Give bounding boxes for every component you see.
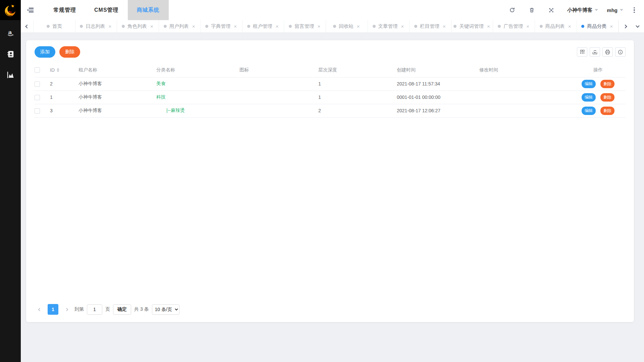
tab-close-icon[interactable]: × [486, 23, 491, 29]
tenant-dropdown[interactable]: 小神牛博客 [567, 7, 598, 13]
row-checkbox[interactable] [35, 81, 40, 87]
brand-logo[interactable] [0, 0, 21, 20]
tabs-scroll-left-button[interactable] [21, 20, 34, 33]
column-header-icon: 图标 [237, 63, 316, 77]
more-menu-button[interactable] [629, 0, 639, 20]
nav-menu-item[interactable]: 常规管理 [44, 0, 85, 20]
tab[interactable]: 回收站 × [326, 20, 368, 33]
cell-depth: 1 [316, 90, 394, 104]
tab-dot-icon [164, 25, 167, 28]
nav-menu-item[interactable]: 商城系统 [128, 0, 169, 20]
tab[interactable]: 角色列表 × [117, 20, 159, 33]
goto-confirm-button[interactable]: 确定 [113, 304, 131, 315]
category-link[interactable]: 科技 [156, 94, 166, 100]
tab-dot-icon [453, 25, 457, 28]
tab-close-icon[interactable]: × [233, 23, 237, 29]
row-checkbox[interactable] [35, 95, 40, 100]
delete-button[interactable]: 删除 [600, 107, 614, 115]
tab[interactable]: 日志列表 × [75, 20, 117, 33]
goto-page-input[interactable] [87, 304, 102, 315]
chevron-right-icon [65, 308, 68, 311]
tab[interactable]: 栏目管理 × [410, 20, 451, 33]
tab[interactable]: 商品列表 × [535, 20, 577, 33]
refresh-button[interactable] [505, 0, 520, 20]
info-button[interactable] [615, 47, 626, 57]
tabs-scroll-right-button[interactable] [619, 20, 631, 33]
export-button[interactable] [590, 47, 600, 57]
tab[interactable]: 字典管理 × [201, 20, 243, 33]
tab-dot-icon [47, 25, 50, 28]
tab-label: 角色列表 [127, 23, 147, 29]
sort-icon[interactable] [57, 68, 59, 72]
tab-close-icon[interactable]: × [275, 23, 279, 29]
area-chart-icon [7, 71, 14, 78]
nav-menu-label: 商城系统 [137, 7, 160, 14]
sidebar-item-stats[interactable] [4, 69, 17, 80]
page-number-button[interactable]: 1 [48, 304, 58, 315]
tab[interactable]: 租户管理 × [243, 20, 284, 33]
fullscreen-button[interactable] [544, 0, 558, 20]
tab-label: 栏目管理 [420, 23, 439, 29]
tab-bar: 首页 日志列表 × 角色列表 × 用户列表 × 字典管理 × 租户管理 × 留言… [21, 20, 644, 33]
tab[interactable]: 文章管理 × [368, 20, 410, 33]
edit-button[interactable]: 编辑 [582, 93, 596, 102]
delete-button[interactable]: 删除 [600, 93, 614, 102]
tabs-menu-button[interactable] [631, 20, 644, 33]
svg-text:a: a [8, 29, 12, 36]
fullscreen-icon [548, 7, 554, 13]
tab[interactable]: 用户列表 × [159, 20, 201, 33]
edit-button[interactable]: 编辑 [582, 80, 596, 88]
cell-created: 0001-01-01 00:00:00 [394, 90, 477, 104]
batch-delete-button[interactable]: 删除 [59, 46, 80, 58]
tab-close-icon[interactable]: × [192, 23, 196, 29]
tab-close-icon[interactable]: × [108, 23, 112, 29]
cell-depth: 2 [316, 104, 394, 117]
amazon-icon: a [6, 29, 14, 37]
collapse-sidebar-button[interactable] [21, 0, 40, 20]
page-size-select[interactable]: 10 条/页 [152, 304, 179, 315]
column-header-id[interactable]: ID [47, 63, 76, 77]
tab-close-icon[interactable]: × [442, 23, 446, 29]
tab[interactable]: 首页 [34, 20, 75, 33]
info-icon [618, 49, 623, 55]
tab-close-icon[interactable]: × [400, 23, 405, 29]
edit-button[interactable]: 编辑 [582, 107, 596, 115]
columns-setting-button[interactable] [577, 47, 587, 57]
sidebar-icon-list: a [4, 27, 17, 80]
print-icon [605, 49, 610, 55]
tab[interactable]: 关键词管理 × [451, 20, 493, 33]
tab-close-icon[interactable]: × [356, 23, 361, 29]
row-checkbox[interactable] [35, 108, 40, 114]
tab-close-icon[interactable]: × [150, 23, 154, 29]
sidebar-item-amazon[interactable]: a [4, 27, 17, 39]
category-link[interactable]: 美食 [156, 81, 166, 86]
delete-button[interactable]: 删除 [600, 80, 614, 88]
sidebar-item-contacts[interactable] [4, 48, 17, 60]
tab[interactable]: 广告管理 × [493, 20, 535, 33]
column-header-depth: 层次深度 [316, 63, 394, 77]
select-all-checkbox[interactable] [35, 67, 40, 73]
tab-close-icon[interactable]: × [568, 23, 572, 29]
cell-created: 2021-08-17 11:57:34 [394, 77, 477, 90]
tab[interactable]: 商品分类 × [577, 20, 619, 33]
category-link[interactable]: |--麻辣烫 [156, 108, 185, 114]
clear-cache-button[interactable] [524, 0, 539, 20]
tab-close-icon[interactable]: × [317, 23, 321, 29]
tenant-name: 小神牛博客 [567, 7, 592, 13]
prev-page-button[interactable] [35, 304, 45, 314]
nav-menu-item[interactable]: CMS管理 [85, 0, 128, 20]
next-page-button[interactable] [61, 304, 71, 314]
chevron-left-icon [38, 308, 41, 311]
user-dropdown[interactable]: mhg [607, 7, 623, 13]
dragon-logo-icon [3, 3, 18, 17]
tab[interactable]: 留言管理 × [284, 20, 326, 33]
total-count-label: 共 3 条 [134, 306, 149, 312]
tab-label: 用户列表 [169, 23, 189, 29]
tab-label: 租户管理 [253, 23, 272, 29]
tab-close-icon[interactable]: × [609, 23, 613, 29]
cell-icon [237, 104, 316, 117]
add-button[interactable]: 添加 [35, 46, 55, 58]
tab-close-icon[interactable]: × [526, 23, 530, 29]
print-button[interactable] [602, 47, 613, 57]
table-row: 2 小神牛博客 美食 1 2021-08-17 11:57:34 编辑 删除 [35, 77, 626, 90]
